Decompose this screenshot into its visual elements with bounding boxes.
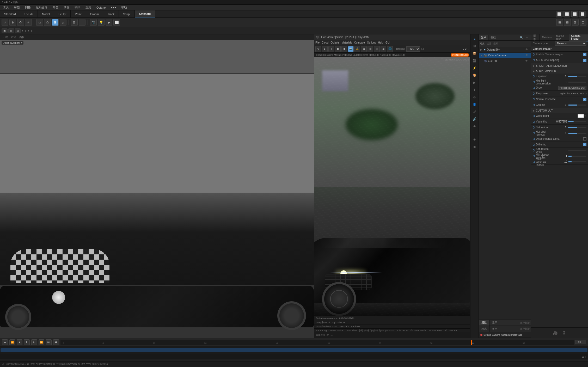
oct-menu-gui[interactable]: GUI bbox=[385, 41, 390, 44]
max-tonemap-row[interactable]: Max tonemap interval 10 bbox=[531, 159, 588, 165]
right-tool-2[interactable]: ⊟ bbox=[564, 19, 571, 26]
oct-menu-cloud[interactable]: Cloud bbox=[322, 41, 328, 44]
render-quick-btn[interactable]: ▶ bbox=[106, 19, 112, 26]
oct-play-btn[interactable]: ▶ bbox=[322, 46, 328, 52]
right-tool-4[interactable]: ⊡ bbox=[580, 19, 586, 26]
enable-camera-imager-row[interactable]: Enable Camera Imager ✓ bbox=[531, 52, 588, 57]
btn-next[interactable]: ⏩ bbox=[39, 339, 44, 345]
camera-btn[interactable]: 📷 bbox=[90, 19, 97, 26]
oct-settings-btn[interactable]: ⚙ bbox=[315, 46, 321, 52]
btn-skip-fwd[interactable]: ⏭ bbox=[46, 339, 52, 345]
btn-record[interactable]: ⏺ bbox=[53, 339, 59, 345]
end-frame-input[interactable] bbox=[575, 340, 586, 344]
white-point-row[interactable]: White point ✏ bbox=[531, 113, 588, 119]
oct-focus-btn[interactable]: ◉ bbox=[381, 46, 386, 52]
menu-character[interactable]: 角色 bbox=[52, 5, 59, 10]
outliner-octanecamera[interactable]: ▼ 📷 OctaneCamera 👁 bbox=[479, 53, 531, 58]
edit-icon[interactable]: ✏ bbox=[584, 115, 586, 117]
transform-btn[interactable]: ↗ bbox=[2, 19, 8, 26]
dpa-checkbox[interactable] bbox=[583, 137, 586, 140]
tab-attributes[interactable]: 属性 bbox=[479, 320, 489, 326]
side-xpresso-btn[interactable]: ⚡ bbox=[471, 65, 478, 71]
btn-prev-frame[interactable]: ⏪ bbox=[9, 339, 15, 345]
aces-checkbox[interactable]: ✓ bbox=[583, 59, 586, 62]
saturation-slider[interactable] bbox=[568, 127, 586, 128]
saturate-to-white-row[interactable]: Saturate to white 0 bbox=[531, 148, 588, 153]
cam-icon-1[interactable]: 🎥 bbox=[552, 329, 559, 336]
menu-help[interactable]: 帮助 bbox=[120, 5, 128, 10]
tab-sculpt[interactable]: Sculpt bbox=[54, 10, 71, 17]
outliner-search-btn[interactable]: 🔍 bbox=[519, 35, 524, 40]
right-tool-3[interactable]: ⊠ bbox=[572, 19, 579, 26]
right-tool-1[interactable]: ⊞ bbox=[556, 19, 563, 26]
lasso-btn[interactable]: ◌ bbox=[44, 19, 51, 26]
side-info-btn[interactable]: ℹ bbox=[471, 87, 478, 93]
side-assets-btn[interactable]: 📦 bbox=[471, 50, 478, 57]
view-mode-1[interactable]: ▣ bbox=[2, 28, 8, 33]
tab-standard-active[interactable]: Standard bbox=[135, 10, 155, 17]
side-settings-btn[interactable]: ⚙ bbox=[471, 94, 478, 101]
side-sculpt-btn[interactable]: 🖊 bbox=[471, 108, 478, 115]
mti-slider[interactable] bbox=[568, 161, 586, 162]
timeline-track-area[interactable] bbox=[0, 346, 588, 354]
btn-play[interactable]: ⏵ bbox=[31, 339, 37, 345]
menu-mesh[interactable]: 网格 bbox=[24, 5, 32, 10]
tab-paint[interactable]: Paint bbox=[71, 10, 86, 17]
mds-slider[interactable] bbox=[568, 156, 586, 157]
highlight-row[interactable]: Highlight compression 0 bbox=[531, 79, 588, 85]
view-mode-2[interactable]: ⊞ bbox=[8, 28, 14, 33]
side-view-btn[interactable]: 👁 bbox=[471, 123, 478, 130]
gamma-slider[interactable] bbox=[568, 105, 586, 106]
neutral-checkbox[interactable]: ✓ bbox=[583, 98, 586, 101]
menu-simulate[interactable]: 模拟 bbox=[74, 5, 81, 10]
btn-pause[interactable]: ⏸ bbox=[24, 339, 30, 345]
view-tab-panel[interactable]: 面板 bbox=[18, 35, 26, 40]
side-bottom-2[interactable]: ◉ bbox=[471, 143, 478, 150]
top-viewport[interactable]: OctaneCamera ▾ bbox=[0, 40, 314, 74]
hot-pixel-slider[interactable] bbox=[568, 133, 586, 134]
btn-skip-back[interactable]: ⏮ bbox=[2, 339, 8, 345]
dithering-checkbox[interactable]: ✓ bbox=[583, 143, 586, 146]
side-layers-btn[interactable]: ⊞ bbox=[471, 43, 478, 50]
select-btn[interactable]: □ bbox=[36, 19, 43, 26]
view-tab-perspective[interactable]: 正视 bbox=[1, 35, 9, 40]
light-btn[interactable]: 💡 bbox=[98, 19, 105, 26]
menu-octane[interactable]: Octane bbox=[95, 5, 107, 10]
oct-env-btn[interactable]: 🌐 bbox=[387, 46, 393, 52]
oct-stop-btn[interactable]: ⏹ bbox=[335, 46, 341, 52]
neutral-response-row[interactable]: Neutral response ✓ bbox=[531, 96, 588, 102]
response-row[interactable]: Response Agfacolor_Futura_100CD bbox=[531, 91, 588, 96]
grid-btn[interactable]: ⋮ bbox=[79, 19, 85, 26]
render-btn-2[interactable]: ⬜ bbox=[564, 11, 570, 17]
view-mode-3[interactable]: ⊟ bbox=[15, 28, 21, 33]
oct-menu-materials[interactable]: Materials bbox=[341, 41, 352, 44]
tab-groom[interactable]: Groom bbox=[86, 10, 103, 17]
poly-btn[interactable]: △ bbox=[60, 19, 66, 26]
outliner-camera-sub[interactable]: Ⓒ ↳ Ⓒ 68 👁 bbox=[479, 58, 531, 64]
menu-render[interactable]: 渲染 bbox=[84, 5, 92, 10]
menu-motiongraph[interactable]: 运动图形 bbox=[35, 5, 48, 10]
vignetting-row[interactable]: Vignetting 0.507853 bbox=[531, 119, 588, 125]
oct-menu-objects[interactable]: Objects bbox=[330, 41, 339, 44]
oct-menu-file[interactable]: File bbox=[315, 41, 320, 44]
ai-upsampler-header[interactable]: ▶ AI UP-SAMPLER bbox=[531, 68, 588, 74]
white-point-swatch[interactable] bbox=[578, 114, 584, 118]
sub-vis-icon[interactable]: 👁 bbox=[525, 59, 529, 63]
tab-display[interactable]: 显示 bbox=[489, 320, 500, 326]
stw-slider[interactable] bbox=[568, 150, 586, 151]
oct-rec-btn[interactable]: ⏺ bbox=[341, 46, 347, 52]
tab-track[interactable]: Track bbox=[103, 10, 119, 17]
render-btn-4[interactable]: ⬜ bbox=[579, 11, 586, 17]
exposure-row[interactable]: Exposure 1. bbox=[531, 74, 588, 79]
side-render-btn[interactable]: ▶ bbox=[471, 79, 478, 86]
tab-coord[interactable]: 显示 bbox=[489, 326, 500, 332]
hot-pixel-row[interactable]: Hot pixel removal 1. bbox=[531, 130, 588, 136]
active-btn[interactable]: ⊞ bbox=[52, 19, 59, 26]
aces-tone-row[interactable]: ACES tone mapping ✓ bbox=[531, 57, 588, 63]
order-row[interactable]: Order Response, Gamma, LUT bbox=[531, 85, 588, 91]
attr-extra[interactable]: 用户数据 bbox=[520, 327, 531, 331]
btn-prev[interactable]: ⏴ bbox=[17, 339, 22, 345]
menu-tags[interactable]: 标签 bbox=[13, 5, 21, 10]
outliner-filter-btn[interactable]: ▼ bbox=[524, 35, 530, 40]
menu-animation[interactable]: 动画 bbox=[63, 5, 70, 10]
